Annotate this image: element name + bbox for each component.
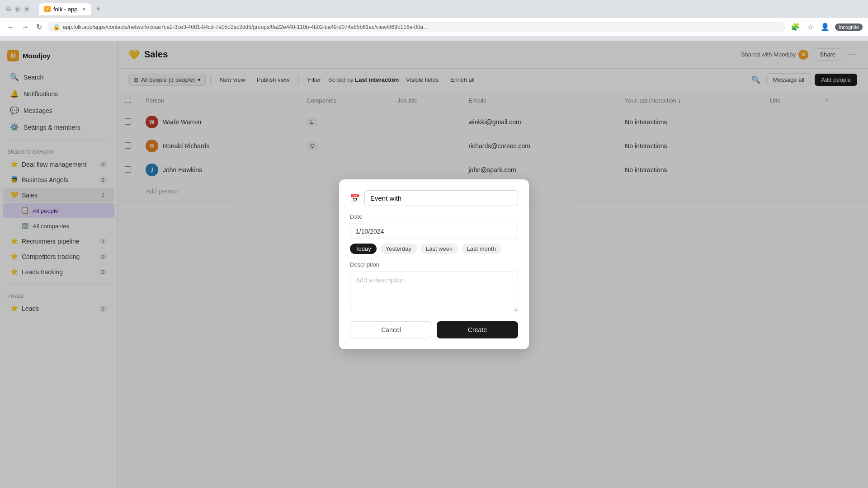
active-tab[interactable]: f folk - app ✕ <box>39 3 91 15</box>
minimize-button[interactable]: — <box>5 6 12 12</box>
shortcut-yesterday[interactable]: Yesterday <box>380 244 417 254</box>
calendar-icon: 📅 <box>350 193 360 203</box>
browser-nav-right: 🧩 ☆ 👤 Incognito <box>789 21 863 33</box>
create-button[interactable]: Create <box>437 321 518 338</box>
url-text: app.folk.app/apps/contacts/network/ccaa7… <box>63 24 780 30</box>
close-button[interactable]: ✕ <box>24 6 30 12</box>
browser-nav: ← → ↻ 🔒 app.folk.app/apps/contacts/netwo… <box>0 18 868 36</box>
tab-title: folk - app <box>53 6 77 13</box>
description-label: Description <box>350 261 518 268</box>
event-dialog: 📅 Date Today Yesterday Last week Last mo… <box>339 179 529 349</box>
date-shortcuts: Today Yesterday Last week Last month <box>350 244 518 254</box>
browser-chrome: — □ ✕ f folk - app ✕ + ← → ↻ 🔒 app.folk.… <box>0 0 868 41</box>
address-bar[interactable]: 🔒 app.folk.app/apps/contacts/network/cca… <box>47 22 785 32</box>
new-tab-button[interactable]: + <box>93 4 103 14</box>
tab-bar: f folk - app ✕ + <box>33 1 108 17</box>
dialog-title-row: 📅 <box>350 190 518 206</box>
title-bar: — □ ✕ f folk - app ✕ + <box>0 0 868 18</box>
shortcut-today[interactable]: Today <box>350 244 377 254</box>
maximize-button[interactable]: □ <box>14 6 21 12</box>
modal-overlay[interactable]: 📅 Date Today Yesterday Last week Last mo… <box>0 41 868 488</box>
shortcut-last-week[interactable]: Last week <box>420 244 458 254</box>
date-input[interactable] <box>350 224 518 239</box>
event-title-input[interactable] <box>364 190 518 206</box>
reload-button[interactable]: ↻ <box>34 21 44 33</box>
cancel-button[interactable]: Cancel <box>350 321 432 338</box>
back-button[interactable]: ← <box>5 21 16 33</box>
tab-favicon: f <box>44 6 51 12</box>
profile-button[interactable]: 👤 <box>819 21 831 33</box>
tab-close-icon[interactable]: ✕ <box>82 6 86 12</box>
dialog-actions: Cancel Create <box>350 321 518 338</box>
description-textarea[interactable] <box>350 272 518 312</box>
bookmark-button[interactable]: ☆ <box>805 21 815 33</box>
date-label: Date <box>350 213 518 220</box>
incognito-badge: Incognito <box>835 23 863 31</box>
forward-button[interactable]: → <box>20 21 31 33</box>
extensions-button[interactable]: 🧩 <box>789 21 802 33</box>
window-controls: — □ ✕ <box>5 6 30 12</box>
shortcut-last-month[interactable]: Last month <box>462 244 501 254</box>
